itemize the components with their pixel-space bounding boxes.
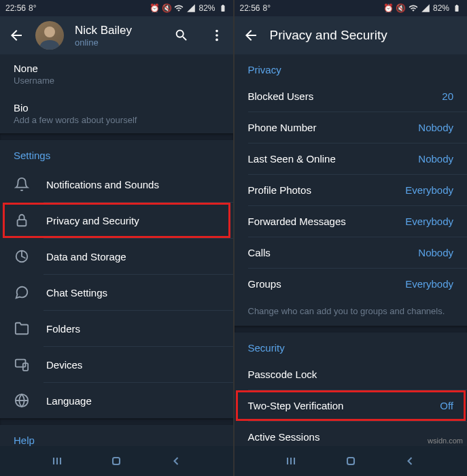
security-twostep[interactable]: Two-Step Verification Off bbox=[235, 390, 468, 421]
user-name: Nick Bailey bbox=[75, 24, 154, 37]
settings-devices[interactable]: Devices bbox=[0, 347, 233, 382]
watermark: wsidn.com bbox=[428, 437, 463, 445]
alarm-icon: ⏰ bbox=[150, 3, 159, 13]
settings-language[interactable]: Language bbox=[0, 383, 233, 418]
settings-privacy[interactable]: Privacy and Security bbox=[0, 203, 233, 238]
bio-row[interactable]: Bio Add a few words about yourself bbox=[0, 94, 233, 133]
status-time: 22:56 bbox=[5, 3, 26, 13]
svg-rect-10 bbox=[113, 458, 120, 464]
privacy-blocked[interactable]: Blocked Users 20 bbox=[235, 81, 468, 112]
status-temp: 8° bbox=[263, 3, 271, 13]
mute-icon: 🔇 bbox=[396, 3, 406, 13]
nav-home[interactable] bbox=[107, 452, 125, 470]
section-divider bbox=[0, 133, 233, 140]
svg-rect-11 bbox=[347, 458, 354, 464]
help-header: Help bbox=[0, 425, 233, 446]
phone-left: 22:56 8° ⏰ 🔇 82% Nick Bailey online bbox=[0, 0, 233, 476]
svg-point-2 bbox=[215, 34, 218, 37]
wifi-icon bbox=[174, 3, 184, 13]
privacy-hint: Change who can add you to groups and cha… bbox=[235, 299, 468, 326]
devices-icon bbox=[14, 356, 30, 373]
status-temp: 8° bbox=[29, 3, 36, 13]
page-title: Privacy and Security bbox=[270, 28, 460, 43]
security-header: Security bbox=[235, 333, 468, 359]
user-status: online bbox=[75, 37, 154, 48]
settings-folders[interactable]: Folders bbox=[0, 311, 233, 346]
privacy-calls[interactable]: Calls Nobody bbox=[235, 237, 468, 268]
alarm-icon: ⏰ bbox=[384, 3, 394, 13]
status-battery: 82% bbox=[433, 3, 449, 13]
search-button[interactable] bbox=[173, 27, 190, 44]
svg-rect-4 bbox=[18, 220, 27, 226]
privacy-forwarded[interactable]: Forwarded Messages Everybody bbox=[235, 206, 468, 237]
security-passcode[interactable]: Passcode Lock bbox=[235, 359, 468, 390]
nav-back[interactable] bbox=[401, 452, 419, 470]
svg-point-0 bbox=[44, 27, 55, 37]
nav-recent[interactable] bbox=[282, 452, 300, 470]
chat-icon bbox=[14, 284, 30, 301]
back-button[interactable] bbox=[243, 27, 259, 44]
nav-home[interactable] bbox=[342, 452, 360, 470]
svg-point-1 bbox=[215, 30, 218, 33]
privacy-lastseen[interactable]: Last Seen & Online Nobody bbox=[235, 143, 468, 174]
folder-icon bbox=[14, 320, 30, 337]
content-right: Privacy Blocked Users 20 Phone Number No… bbox=[235, 54, 468, 446]
signal-icon bbox=[421, 3, 430, 13]
svg-point-3 bbox=[215, 39, 218, 41]
section-divider bbox=[0, 418, 233, 425]
wifi-icon bbox=[409, 3, 418, 13]
back-button[interactable] bbox=[8, 27, 24, 44]
mute-icon: 🔇 bbox=[162, 3, 171, 13]
privacy-header: Privacy bbox=[235, 54, 468, 81]
more-button[interactable] bbox=[209, 27, 225, 44]
lock-icon bbox=[14, 212, 30, 228]
signal-icon bbox=[186, 3, 196, 13]
status-bar: 22:56 8° ⏰ 🔇 82% bbox=[235, 0, 468, 16]
globe-icon bbox=[14, 392, 30, 409]
bell-icon bbox=[14, 176, 30, 192]
username-row[interactable]: None Username bbox=[0, 54, 233, 94]
status-bar: 22:56 8° ⏰ 🔇 82% bbox=[0, 0, 233, 16]
data-icon bbox=[14, 248, 30, 265]
status-time: 22:56 bbox=[240, 3, 260, 13]
status-battery: 82% bbox=[198, 3, 215, 13]
nav-bar bbox=[0, 446, 233, 476]
user-info: Nick Bailey online bbox=[75, 24, 154, 48]
nav-back[interactable] bbox=[167, 452, 185, 470]
settings-data[interactable]: Data and Storage bbox=[0, 239, 233, 274]
app-bar: Nick Bailey online bbox=[0, 16, 233, 54]
privacy-groups[interactable]: Groups Everybody bbox=[235, 269, 468, 299]
section-divider bbox=[235, 326, 468, 333]
settings-notifications[interactable]: Notifications and Sounds bbox=[0, 167, 233, 202]
phone-right: 22:56 8° ⏰ 🔇 82% Privacy and Security Pr… bbox=[235, 0, 468, 476]
avatar[interactable] bbox=[35, 21, 64, 50]
settings-chat[interactable]: Chat Settings bbox=[0, 275, 233, 310]
battery-icon bbox=[218, 3, 228, 13]
nav-bar bbox=[235, 446, 468, 476]
battery-icon bbox=[452, 3, 462, 13]
nav-recent[interactable] bbox=[48, 452, 66, 470]
settings-header: Settings bbox=[0, 140, 233, 167]
content-left: None Username Bio Add a few words about … bbox=[0, 54, 233, 446]
app-bar: Privacy and Security bbox=[235, 16, 468, 54]
privacy-phone[interactable]: Phone Number Nobody bbox=[235, 112, 468, 143]
privacy-photos[interactable]: Profile Photos Everybody bbox=[235, 175, 468, 205]
